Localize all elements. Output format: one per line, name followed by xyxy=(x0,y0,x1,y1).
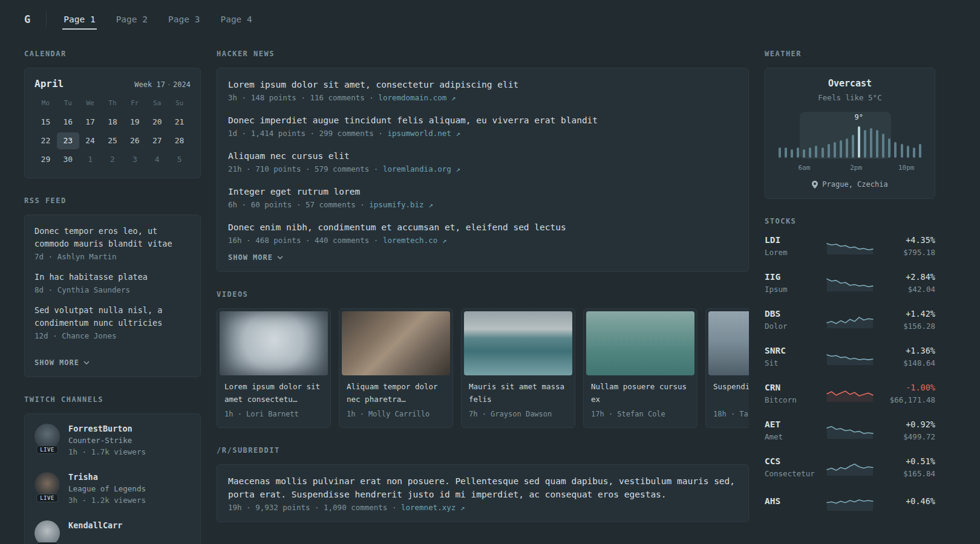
weather-axis-label: 10pm xyxy=(898,164,915,172)
rss-item-meta: 8d · Cynthia Saunders xyxy=(34,285,191,294)
stock-name: Sit xyxy=(765,358,823,368)
weather-widget: WEATHER Overcast Feels like 5°C 9° 6am 2… xyxy=(765,50,935,199)
weather-hour-bar xyxy=(870,128,872,158)
weather-hour-bar xyxy=(907,146,909,158)
stock-symbol: AHS xyxy=(765,496,823,506)
stocks-list: LDILorem +4.35%$795.18 IIGIpsum +2.84%$4… xyxy=(765,235,935,511)
tab-page-3[interactable]: Page 3 xyxy=(167,10,201,30)
hn-item-domain-link[interactable]: ipsumify.biz ↗ xyxy=(369,200,433,209)
weather-widget-title: WEATHER xyxy=(765,50,935,58)
chevron-down-icon xyxy=(277,256,283,259)
hn-item-title[interactable]: Aliquam nec cursus elit xyxy=(228,149,737,163)
weather-hour-bar xyxy=(840,140,842,158)
stock-name: Lorem xyxy=(765,248,823,257)
tab-page-2[interactable]: Page 2 xyxy=(115,10,149,30)
video-card[interactable]: Aliquam tempor dolor nec pharetra… 1h · … xyxy=(339,308,453,428)
hn-item-domain-link[interactable]: loremdomain.com ↗ xyxy=(378,93,456,102)
calendar-day: 15 xyxy=(34,114,57,131)
weather-hour-bar xyxy=(834,142,836,158)
hn-item-domain-link[interactable]: loremtech.co ↗ xyxy=(383,236,446,245)
calendar-day-header: Th xyxy=(102,97,124,112)
calendar-day-header: Tu xyxy=(57,97,79,112)
calendar-day-header: Sa xyxy=(146,97,168,112)
stock-row[interactable]: LDILorem +4.35%$795.18 xyxy=(765,235,935,257)
stock-change: -1.00% xyxy=(877,383,935,392)
rss-item-title[interactable]: Donec tempor eros leo, ut commodo mauris… xyxy=(34,225,191,250)
videos-row: Lorem ipsum dolor sit amet consectetu… 1… xyxy=(217,308,749,428)
weather-hour-bar xyxy=(785,147,787,158)
stock-row[interactable]: AETAmet +0.92%$499.72 xyxy=(765,419,935,441)
twitch-channel-row[interactable]: LIVE Trisha League of Legends 3h · 1.2k … xyxy=(34,472,191,505)
hn-item-domain-link[interactable]: loremlandia.org ↗ xyxy=(383,164,460,173)
video-card[interactable]: Suspendisse diam 18h · Tara xyxy=(705,308,749,428)
video-card[interactable]: Nullam posuere cursus ex 17h · Stefan Co… xyxy=(583,308,697,428)
stock-row[interactable]: DBSDolor +1.42%$156.28 xyxy=(765,309,935,331)
twitch-channel-meta: 1h · 1.7k viewers xyxy=(68,447,146,456)
weather-hour-bar xyxy=(894,142,897,158)
live-badge: LIVE xyxy=(36,494,58,502)
stock-row[interactable]: IIGIpsum +2.84%$42.04 xyxy=(765,272,935,294)
twitch-channel-meta: 3h · 1.2k viewers xyxy=(68,496,146,505)
video-thumbnail xyxy=(464,311,572,375)
video-card[interactable]: Mauris sit amet massa felis 7h · Grayson… xyxy=(461,308,575,428)
hn-item-title[interactable]: Lorem ipsum dolor sit amet, consectetur … xyxy=(228,78,737,91)
stock-change: +0.46% xyxy=(877,496,935,506)
stock-price: $499.72 xyxy=(877,432,935,441)
external-link-icon: ↗ xyxy=(428,200,433,209)
stock-sparkline xyxy=(823,384,877,403)
calendar-day: 20 xyxy=(146,114,168,131)
stock-name: Dolor xyxy=(765,322,823,331)
weather-condition: Overcast xyxy=(774,78,926,89)
stock-row[interactable]: CRNBitcorn -1.00%$66,171.48 xyxy=(765,383,935,404)
rss-widget-title: RSS FEED xyxy=(24,196,201,205)
calendar-day: 18 xyxy=(102,114,124,131)
hn-item-domain-link[interactable]: ipsumworld.net ↗ xyxy=(387,129,460,138)
twitch-channel-row[interactable]: LIVE KendallCarr xyxy=(34,520,191,544)
stock-row[interactable]: SNRCSit +1.36%$148.64 xyxy=(765,346,935,368)
weather-chart: 9° 6am 2pm 10pm xyxy=(774,112,926,172)
hn-item: Donec enim nibh, condimentum et accumsan… xyxy=(228,221,737,245)
weather-hour-bar xyxy=(828,144,830,158)
calendar-day: 30 xyxy=(57,151,79,168)
stock-change: +0.92% xyxy=(877,419,935,429)
dashboard-content: CALENDAR April Week 17·2024 MoTuWeThFrSa… xyxy=(0,39,980,544)
videos-widget-title: VIDEOS xyxy=(217,290,749,299)
rss-item-title[interactable]: In hac habitasse platea xyxy=(34,271,191,283)
twitch-avatar: LIVE xyxy=(34,520,60,544)
external-link-icon: ↗ xyxy=(456,164,460,173)
weather-hour-bar xyxy=(846,138,848,158)
rss-item-title[interactable]: Sed volutpat nulla nisl, a condimentum n… xyxy=(34,304,191,329)
twitch-channel-game: Counter-Strike xyxy=(68,436,146,445)
video-card[interactable]: Lorem ipsum dolor sit amet consectetu… 1… xyxy=(217,308,331,428)
tab-page-4[interactable]: Page 4 xyxy=(219,10,253,30)
weather-hour-bar xyxy=(803,149,805,158)
subreddit-post-domain-link[interactable]: loremnet.xyz ↗ xyxy=(401,503,465,512)
stock-symbol: IIG xyxy=(765,272,823,282)
weather-hour-bar xyxy=(913,147,915,158)
subreddit-card: Maecenas mollis pulvinar erat non posuer… xyxy=(217,464,749,522)
weather-location: Prague, Czechia xyxy=(774,180,926,189)
calendar-day: 16 xyxy=(57,114,79,131)
video-title: Nullam posuere cursus ex xyxy=(591,381,690,406)
calendar-day: 21 xyxy=(168,114,191,131)
weather-hour-bar xyxy=(852,135,854,158)
stock-row[interactable]: CCSConsectetur +0.51%$165.84 xyxy=(765,456,935,478)
calendar-day-selected: 23 xyxy=(57,132,79,149)
calendar-day: 22 xyxy=(34,132,57,149)
hackernews-show-more-button[interactable]: SHOW MORE xyxy=(228,253,283,262)
weather-hour-bar xyxy=(858,126,860,158)
right-column: WEATHER Overcast Feels like 5°C 9° 6am 2… xyxy=(765,50,935,544)
hn-item-title[interactable]: Donec enim nibh, condimentum et accumsan… xyxy=(228,221,737,234)
nav-divider xyxy=(46,11,47,27)
stock-row[interactable]: AHS +0.46% xyxy=(765,493,935,511)
hn-item-title[interactable]: Integer eget rutrum lorem xyxy=(228,185,737,198)
calendar-year: 2024 xyxy=(173,80,191,89)
subreddit-post-title[interactable]: Maecenas mollis pulvinar erat non posuer… xyxy=(228,474,737,501)
stock-sparkline xyxy=(823,458,877,476)
tab-page-1[interactable]: Page 1 xyxy=(62,10,96,30)
twitch-channel-row[interactable]: LIVE ForrestBurton Counter-Strike 1h · 1… xyxy=(34,424,191,456)
weather-hour-bar xyxy=(822,147,824,158)
hn-item-title[interactable]: Donec imperdiet augue tincidunt felis al… xyxy=(228,114,737,127)
rss-show-more-button[interactable]: SHOW MORE xyxy=(34,358,90,367)
avatar xyxy=(34,520,60,544)
